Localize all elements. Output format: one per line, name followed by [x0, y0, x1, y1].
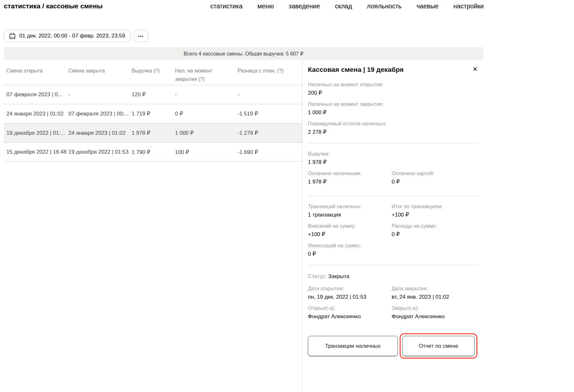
summary-bar: Всего 4 кассовые смены. Общая выручка: 5… [4, 47, 483, 60]
status-badge: Закрыта [328, 273, 349, 279]
field-label: Расходы на сумму: [392, 222, 478, 230]
cell-diff-with-plan: -1 278 ₽ [238, 130, 302, 136]
field-value: вт, 24 янв. 2023 | 01:02 [392, 293, 478, 301]
cell-shift-opened: 19 декабря 2022 | 01:... [6, 130, 68, 136]
calendar-icon [9, 33, 15, 39]
field-value: 0 ₽ [308, 250, 478, 258]
field-value: 1 000 ₽ [308, 108, 478, 117]
field-value: 200 ₽ [308, 89, 478, 97]
field-paid-card: Оплачено картой: 0 ₽ [392, 169, 478, 186]
field-cash-transactions: Транзакций наличных: 1 транзакция [308, 202, 392, 219]
field-value: +100 ₽ [308, 230, 392, 239]
date-range-picker[interactable]: 01 дек. 2022, 00:00 - 07 февр. 2023, 23:… [4, 30, 131, 42]
status-label: Статус: [308, 273, 326, 279]
shift-report-button[interactable]: Отчет по смене [402, 336, 475, 356]
cell-shift-opened: 07 февраля 2023 | 0... [6, 91, 68, 98]
field-date-opened: Дата открытия: пн, 19 дек. 2022 | 01:53 [308, 285, 392, 301]
cell-shift-opened: 15 декабря 2022 | 16:48 [6, 149, 68, 155]
field-value: Фондрат Алексеенко [308, 312, 392, 321]
cash-transactions-button[interactable]: Транзакции наличных [308, 336, 398, 356]
table-header-row: Смена открыта Смена закрыта Выручка (?) … [4, 60, 302, 85]
cell-revenue: 1 978 ₽ [132, 130, 175, 136]
field-value: пн, 19 дек. 2022 | 01:53 [308, 293, 392, 301]
field-label: Закрыл(-а): [392, 304, 478, 312]
column-header-revenue: Выручка (?) [132, 67, 175, 75]
field-label: Внесений на сумму: [308, 222, 392, 230]
nav-item-statistics[interactable]: статистика [210, 3, 243, 10]
cell-revenue: 1 790 ₽ [132, 149, 175, 156]
field-cash-at-open: Наличных на момент открытия: 200 ₽ [308, 81, 478, 97]
field-label: Оплачено наличными: [308, 169, 392, 178]
cell-diff-with-plan: - [238, 91, 302, 98]
field-label: Наличных на момент закрытия: [308, 100, 478, 108]
field-label: Транзакций наличных: [308, 202, 392, 211]
field-label: Открыл(-а): [308, 304, 392, 312]
field-collections: Инкассаций на сумму: 0 ₽ [308, 242, 478, 258]
field-label: Оплачено картой: [392, 169, 478, 178]
field-closed-by: Закрыл(-а): Фондрат Алексеенко [392, 304, 478, 321]
column-header-shift-opened: Смена открыта [6, 67, 68, 75]
breadcrumb: статистика / кассовые смены [4, 2, 103, 10]
cell-diff-with-plan: -1 519 ₽ [238, 110, 302, 117]
divider [308, 143, 478, 143]
shifts-table: Смена открыта Смена закрыта Выручка (?) … [4, 60, 302, 162]
cell-cash-at-close: 1 000 ₽ [175, 130, 238, 136]
column-header-cash-at-close: Нал. на момент закрытия (?) [175, 67, 238, 83]
field-label: Дата открытия: [308, 285, 392, 293]
field-revenue: Выручка: 1 978 ₽ [308, 150, 478, 166]
field-value: 1 978 ₽ [308, 158, 478, 166]
field-value: 2 278 ₽ [308, 128, 478, 136]
field-value: 1 транзакция [308, 211, 392, 219]
field-value: 0 ₽ [392, 230, 478, 239]
cell-shift-closed: 19 декабря 2022 | 01:53 [68, 149, 132, 155]
shift-details-panel: Кассовая смена | 19 декабря ✕ Наличных н… [302, 61, 484, 392]
close-icon[interactable]: ✕ [472, 66, 478, 72]
field-cash-at-close: Наличных на момент закрытия: 1 000 ₽ [308, 100, 478, 117]
field-value: +100 ₽ [392, 211, 478, 219]
field-transactions-total: Итог по транзакциям: +100 ₽ [392, 202, 478, 219]
cell-shift-closed: 07 февраля 2023 | 00:... [68, 111, 132, 117]
field-label: Планируемый остаток наличных: [308, 120, 478, 128]
field-opened-by: Открыл(-а): Фондрат Алексеенко [308, 304, 392, 321]
cell-cash-at-close: 100 ₽ [175, 149, 238, 156]
summary-text: Всего 4 кассовые смены. Общая выручка: 5… [184, 51, 303, 57]
date-range-label: 01 дек. 2022, 00:00 - 07 февр. 2023, 23:… [19, 33, 125, 39]
table-row[interactable]: 07 февраля 2023 | 0... - 120 ₽ - - [4, 85, 302, 104]
field-paid-cash: Оплачено наличными: 1 978 ₽ [308, 169, 392, 186]
cell-shift-opened: 24 января 2023 | 01:02 [6, 111, 68, 117]
table-row-selected[interactable]: 19 декабря 2022 | 01:... 24 января 2023 … [4, 123, 302, 142]
column-header-diff-with-plan: Разница с план. (?) [238, 67, 302, 75]
nav-item-venue[interactable]: заведение [289, 3, 320, 10]
cell-revenue: 120 ₽ [132, 91, 175, 98]
nav-item-menu[interactable]: меню [257, 3, 274, 10]
nav-item-tips[interactable]: чаевые [416, 3, 439, 10]
more-options-button[interactable]: ••• [134, 30, 148, 42]
divider [308, 265, 478, 265]
field-label: Дата закрытия: [392, 285, 478, 293]
field-expenses: Расходы на сумму: 0 ₽ [392, 222, 478, 239]
toolbar: 01 дек. 2022, 00:00 - 07 февр. 2023, 23:… [4, 30, 148, 42]
nav-item-loyalty[interactable]: лояльность [367, 3, 402, 10]
cell-cash-at-close: - [175, 91, 238, 98]
cell-shift-closed: - [68, 91, 132, 98]
cell-revenue: 1 719 ₽ [132, 110, 175, 117]
column-header-shift-closed: Смена закрыта [68, 67, 132, 75]
top-nav: статистика меню заведение склад лояльнос… [210, 3, 484, 10]
table-row[interactable]: 24 января 2023 | 01:02 07 февраля 2023 |… [4, 104, 302, 123]
field-date-closed: Дата закрытия: вт, 24 янв. 2023 | 01:02 [392, 285, 478, 301]
field-planned-cash: Планируемый остаток наличных: 2 278 ₽ [308, 120, 478, 136]
field-label: Наличных на момент открытия: [308, 81, 478, 89]
nav-item-warehouse[interactable]: склад [335, 3, 352, 10]
cell-cash-at-close: 0 ₽ [175, 110, 238, 117]
field-label: Инкассаций на сумму: [308, 242, 478, 250]
field-value: 1 978 ₽ [308, 178, 392, 186]
ellipsis-icon: ••• [138, 34, 144, 38]
field-label: Выручка: [308, 150, 478, 158]
panel-title: Кассовая смена | 19 декабря [308, 66, 404, 73]
divider [308, 196, 478, 196]
table-row[interactable]: 15 декабря 2022 | 16:48 19 декабря 2022 … [4, 142, 302, 162]
status-line: Статус: Закрыта [308, 272, 478, 281]
cell-diff-with-plan: -1 690 ₽ [238, 149, 302, 156]
nav-item-settings[interactable]: настройки [453, 3, 484, 10]
highlight-annotation: Отчет по смене [400, 333, 477, 359]
